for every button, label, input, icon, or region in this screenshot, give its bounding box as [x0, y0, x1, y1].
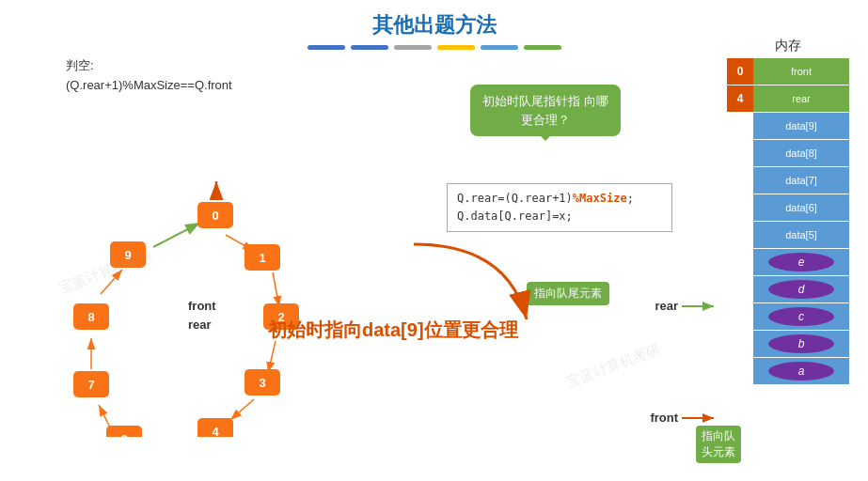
- svg-line-6: [230, 399, 254, 420]
- svg-text:0: 0: [212, 209, 218, 223]
- mem-cell-rear: rear: [753, 85, 849, 112]
- circular-queue-diagram: 0 1 2 3 4 5 6 7 8 9 front rear: [42, 89, 334, 437]
- mem-index-4: 4: [727, 85, 753, 112]
- mem-index-empty8: [727, 303, 753, 330]
- memory-table: 0 front 4 rear data[9] data[8] data[7] d…: [727, 58, 849, 384]
- mem-cell-e: e: [753, 249, 849, 275]
- svg-text:8: 8: [87, 310, 94, 324]
- svg-text:3: 3: [259, 376, 265, 390]
- mem-row-e: e: [727, 249, 849, 275]
- condition-line1: 判空:: [66, 56, 232, 76]
- svg-text:4: 4: [212, 425, 219, 437]
- mem-cell-data8: data[8]: [753, 140, 849, 166]
- mem-row-a: a: [727, 358, 849, 384]
- mem-row-data7: data[7]: [727, 167, 849, 194]
- mem-row-data8: data[8]: [727, 140, 849, 166]
- code-line1: Q.rear=(Q.rear+1)%MaxSize;: [457, 190, 662, 208]
- rear-arrow-icon: [682, 300, 719, 313]
- mem-cell-b: b: [753, 331, 849, 357]
- mem-index-empty3: [727, 167, 753, 194]
- svg-text:9: 9: [124, 248, 131, 262]
- mem-cell-front: front: [753, 58, 849, 85]
- speech-bubble-text: 初始时队尾指针指 向哪更合理？: [482, 94, 608, 127]
- mem-index-empty2: [727, 140, 753, 166]
- svg-text:1: 1: [259, 251, 265, 265]
- rear-pointer-label: rear: [655, 299, 678, 313]
- mem-row-front: 0 front: [727, 58, 849, 85]
- mem-row-c: c: [727, 303, 849, 330]
- code-line2: Q.data[Q.rear]=x;: [457, 208, 662, 225]
- svg-line-11: [101, 270, 122, 294]
- mem-row-b: b: [727, 331, 849, 357]
- svg-text:rear: rear: [188, 318, 212, 332]
- mem-index-empty10: [727, 358, 753, 384]
- mem-cell-d: d: [753, 276, 849, 303]
- svg-text:6: 6: [120, 432, 127, 437]
- svg-line-12: [153, 223, 200, 247]
- red-arrow: [357, 235, 545, 348]
- svg-text:7: 7: [87, 378, 94, 392]
- mem-cell-data9: data[9]: [753, 113, 849, 139]
- mem-cell-data6: data[6]: [753, 194, 849, 221]
- mem-index-empty9: [727, 331, 753, 357]
- mem-index-empty7: [727, 276, 753, 303]
- front-pointer-label: front: [650, 411, 678, 425]
- mem-row-data6: data[6]: [727, 194, 849, 221]
- mem-index-empty5: [727, 222, 753, 248]
- memory-section: 内存 0 front 4 rear data[9] data[8] data[7…: [727, 38, 849, 385]
- memory-title: 内存: [727, 38, 849, 54]
- rear-pointer: rear: [655, 299, 719, 313]
- head-label-line1: 指向队: [702, 429, 735, 442]
- mem-row-data9: data[9]: [727, 113, 849, 139]
- svg-line-9: [99, 405, 110, 427]
- front-arrow-icon: [682, 411, 719, 425]
- head-label-box: 指向队 头元素: [696, 426, 741, 463]
- mem-cell-c: c: [753, 303, 849, 330]
- watermark2: 宝蓝计算机考研: [564, 341, 663, 392]
- svg-line-4: [273, 272, 279, 307]
- mem-row-rear: 4 rear: [727, 85, 849, 112]
- mem-row-data5: data[5]: [727, 222, 849, 248]
- mem-row-d: d: [727, 276, 849, 303]
- head-label-line2: 头元素: [702, 445, 735, 458]
- page-title: 其他出题方法: [0, 0, 868, 39]
- front-pointer: front: [650, 411, 719, 425]
- mem-index-empty1: [727, 113, 753, 139]
- mem-cell-a: a: [753, 358, 849, 384]
- mem-cell-data5: data[5]: [753, 222, 849, 248]
- mem-index-empty6: [727, 249, 753, 275]
- mem-cell-data7: data[7]: [753, 167, 849, 194]
- mem-index-0: 0: [727, 58, 753, 85]
- mem-index-empty4: [727, 194, 753, 221]
- svg-text:front: front: [188, 299, 216, 313]
- svg-line-5: [268, 341, 276, 373]
